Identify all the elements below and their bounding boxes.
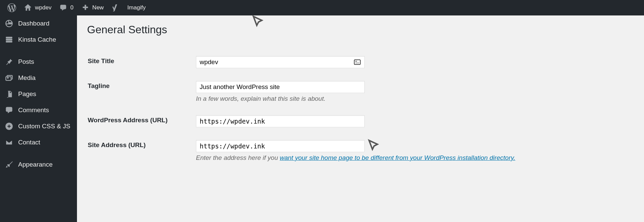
dashboard-icon — [5, 19, 13, 28]
settings-form-table: Site Title Tagline In a few words, expla… — [87, 49, 634, 168]
plus-circle-icon — [5, 122, 13, 131]
sidebar-item-kinsta-cache[interactable]: Kinsta Cache — [0, 32, 77, 48]
yoast-menu[interactable] — [108, 0, 123, 15]
sidebar-item-label: Contact — [18, 139, 40, 146]
sidebar-item-pages[interactable]: Pages — [0, 86, 77, 102]
sidebar-item-posts[interactable]: Posts — [0, 54, 77, 70]
main-content: General Settings Site Title Tagline In a… — [77, 15, 644, 222]
sidebar-item-label: Media — [18, 74, 36, 82]
imagify-menu[interactable]: Imagify — [123, 0, 150, 15]
sidebar-item-comments[interactable]: Comments — [0, 102, 77, 118]
comment-icon — [5, 106, 13, 115]
sidebar-item-label: Kinsta Cache — [18, 36, 56, 43]
sidebar-item-dashboard[interactable]: Dashboard — [0, 15, 77, 32]
site-name-label: wpdev — [35, 4, 51, 11]
site-title-label: Site Title — [88, 57, 114, 64]
menu-separator — [0, 48, 77, 54]
brush-icon — [5, 160, 13, 169]
tagline-hint: In a few words, explain what this site i… — [196, 95, 630, 102]
site-url-input[interactable] — [196, 140, 365, 152]
tagline-input[interactable] — [196, 81, 365, 93]
sidebar-item-label: Posts — [18, 58, 34, 65]
pin-icon — [5, 57, 13, 66]
sidebar-item-media[interactable]: Media — [0, 70, 77, 86]
site-name-menu[interactable]: wpdev — [20, 0, 55, 15]
wp-url-label: WordPress Address (URL) — [88, 117, 168, 124]
sidebar-item-label: Appearance — [18, 161, 52, 168]
cursor-icon — [367, 139, 381, 152]
page-title: General Settings — [87, 24, 634, 36]
sidebar-item-label: Dashboard — [18, 20, 49, 27]
comments-menu[interactable]: 0 — [55, 0, 77, 15]
cache-icon — [5, 35, 13, 44]
sidebar-item-contact[interactable]: Contact — [0, 134, 77, 150]
sidebar-item-label: Pages — [18, 90, 36, 98]
envelope-icon — [5, 138, 13, 147]
wp-logo-menu[interactable] — [3, 0, 20, 15]
wp-url-input[interactable] — [196, 115, 365, 127]
site-url-label: Site Address (URL) — [88, 141, 146, 148]
admin-sidebar: DashboardKinsta CachePostsMediaPagesComm… — [0, 15, 77, 222]
new-content-menu[interactable]: New — [78, 0, 108, 15]
new-label: New — [92, 4, 104, 11]
sidebar-item-label: Custom CSS & JS — [18, 123, 70, 130]
autofill-icon — [354, 59, 361, 65]
sidebar-item-label: Comments — [18, 106, 49, 114]
pages-icon — [5, 90, 13, 98]
site-title-input[interactable] — [196, 56, 365, 68]
imagify-label: Imagify — [127, 4, 146, 11]
admin-toolbar: wpdev 0 New Imagify — [0, 0, 644, 15]
sidebar-item-appearance[interactable]: Appearance — [0, 157, 77, 173]
sidebar-item-custom-css-js[interactable]: Custom CSS & JS — [0, 118, 77, 134]
comments-count: 0 — [70, 4, 73, 11]
menu-separator — [0, 150, 77, 157]
tagline-label: Tagline — [88, 82, 110, 89]
site-url-hint-link[interactable]: want your site home page to be different… — [280, 154, 515, 161]
site-url-hint-text: Enter the address here if you — [196, 154, 280, 161]
site-url-hint: Enter the address here if you want your … — [196, 154, 630, 162]
media-icon — [5, 74, 13, 82]
